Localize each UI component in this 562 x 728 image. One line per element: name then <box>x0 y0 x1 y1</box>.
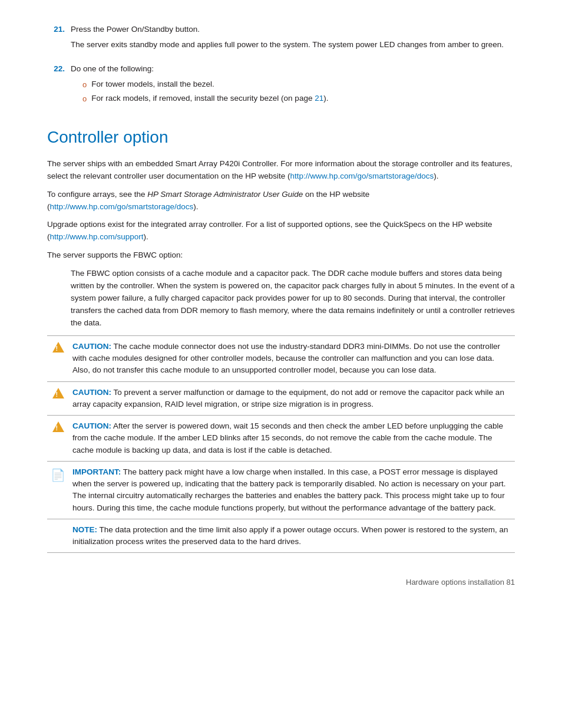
caution-3-icon-cell <box>47 416 69 462</box>
page-21-link[interactable]: 21 <box>315 94 323 103</box>
caution-2-triangle-icon <box>52 388 64 398</box>
caution-1-text-cell: CAUTION: The cache module connector does… <box>69 335 515 381</box>
bullet-1-text: For tower models, install the bezel. <box>91 78 214 91</box>
para-2: To configure arrays, see the HP Smart St… <box>47 189 515 213</box>
para-4: The server supports the FBWC option: <box>47 249 515 262</box>
caution-1-row: CAUTION: The cache module connector does… <box>47 335 515 381</box>
para-2-prefix: To configure arrays, see the <box>47 190 147 199</box>
bullet-2-text: For rack models, if removed, install the… <box>91 93 328 105</box>
bullet-1: o For tower models, install the bezel. <box>82 78 515 91</box>
important-1-icon: 📄 <box>51 466 65 484</box>
important-1-label: IMPORTANT: <box>72 467 121 476</box>
bullet-dot-2: o <box>82 93 87 105</box>
step-21-subtext: The server exits standby mode and applie… <box>71 39 515 51</box>
fbwc-para: The FBWC option consists of a cache modu… <box>71 268 515 330</box>
caution-2-row: CAUTION: To prevent a server malfunction… <box>47 381 515 416</box>
note-1-text-cell: NOTE: The data protection and the time l… <box>69 519 515 553</box>
caution-3-text-cell: CAUTION: After the server is powered dow… <box>69 416 515 462</box>
note-1-text: The data protection and the time limit a… <box>72 525 508 546</box>
step-21: 21. Press the Power On/Standby button. T… <box>47 24 515 57</box>
caution-2-text-cell: CAUTION: To prevent a server malfunction… <box>69 381 515 416</box>
notice-table: CAUTION: The cache module connector does… <box>47 335 515 554</box>
caution-1-triangle-icon <box>52 342 64 353</box>
important-1-text-cell: IMPORTANT: The battery pack might have a… <box>69 461 515 519</box>
caution-3-text: After the server is powered down, wait 1… <box>72 421 503 454</box>
caution-3-triangle-icon <box>52 421 64 432</box>
important-1-row: 📄 IMPORTANT: The battery pack might have… <box>47 461 515 519</box>
step-21-number: 21. <box>47 24 65 57</box>
caution-1-icon-cell <box>47 335 69 381</box>
bullet-2: o For rack models, if removed, install t… <box>82 93 515 105</box>
para-2-italic: HP Smart Storage Administrator User Guid… <box>147 190 303 199</box>
step-22-text: Do one of the following: <box>71 63 515 75</box>
note-1-label: NOTE: <box>72 525 97 534</box>
para-3-end: ). <box>144 232 148 241</box>
caution-3-label: CAUTION: <box>72 421 111 430</box>
note-1-row: NOTE: The data protection and the time l… <box>47 519 515 553</box>
page-footer: Hardware options installation 81 <box>47 577 515 588</box>
para-1: The server ships with an embedded Smart … <box>47 158 515 183</box>
para-1-end: ). <box>434 172 438 180</box>
caution-2-icon-cell <box>47 381 69 416</box>
note-1-icon-cell <box>47 519 69 553</box>
bullet-dot-1: o <box>82 79 87 91</box>
para-1-text: The server ships with an embedded Smart … <box>47 159 512 180</box>
para-3-link[interactable]: http://www.hp.com/support <box>50 232 144 241</box>
step-22: 22. Do one of the following: o For tower… <box>47 63 515 108</box>
para-2-end: ). <box>193 202 198 211</box>
para-1-link[interactable]: http://www.hp.com/go/smartstorage/docs <box>290 172 434 180</box>
para-3: Upgrade options exist for the integrated… <box>47 219 515 243</box>
caution-2-label: CAUTION: <box>72 388 111 397</box>
step-21-text: Press the Power On/Standby button. <box>71 24 515 35</box>
caution-1-text: The cache module connector does not use … <box>72 342 500 375</box>
important-1-icon-cell: 📄 <box>47 461 69 519</box>
caution-3-row: CAUTION: After the server is powered dow… <box>47 416 515 462</box>
section-title: Controller option <box>47 125 515 150</box>
para-2-link[interactable]: http://www.hp.com/go/smartstorage/docs <box>50 202 194 211</box>
step-22-number: 22. <box>47 63 65 108</box>
caution-2-text: To prevent a server malfunction or damag… <box>72 388 504 409</box>
important-1-text: The battery pack might have a low charge… <box>72 467 505 512</box>
caution-1-label: CAUTION: <box>72 342 111 351</box>
step-22-bullets: o For tower models, install the bezel. o… <box>82 78 515 105</box>
